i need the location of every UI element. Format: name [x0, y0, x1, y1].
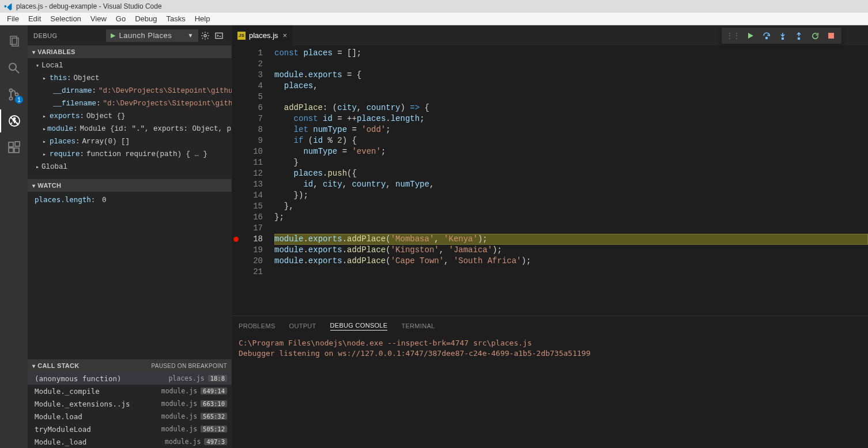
svg-point-8	[14, 118, 16, 120]
step-over-button[interactable]	[758, 28, 775, 44]
callstack-frame[interactable]: (anonymous function)places.js18:8	[28, 372, 232, 385]
watch-label: WATCH	[37, 182, 61, 189]
tab-problems[interactable]: PROBLEMS	[239, 322, 276, 329]
close-icon[interactable]: ×	[283, 31, 288, 40]
callstack-section-header[interactable]: ▾ CALL STACK PAUSED ON BREAKPOINT	[28, 359, 232, 372]
menu-debug[interactable]: Debug	[130, 13, 161, 24]
menu-view[interactable]: View	[86, 13, 111, 24]
chevron-down-icon: ▼	[188, 32, 194, 39]
menu-help[interactable]: Help	[190, 13, 215, 24]
gear-icon[interactable]	[198, 29, 212, 43]
svg-line-3	[16, 70, 19, 73]
launch-config-label: Launch Places	[119, 31, 172, 40]
launch-config-dropdown[interactable]: ▶ Launch Places ▼	[106, 29, 198, 42]
svg-rect-9	[9, 142, 13, 147]
menu-file[interactable]: File	[2, 13, 24, 24]
scope-label: Local	[41, 62, 63, 70]
var-require[interactable]: ▸require: function require(path) { … }	[28, 148, 232, 161]
chevron-down-icon: ▾	[32, 183, 35, 189]
extensions-icon[interactable]	[0, 136, 28, 159]
watch-item[interactable]: places.length: 0	[28, 193, 232, 206]
variables-section: ▾ Local ▸this: Object __dirname: "d:\Dev…	[28, 58, 232, 179]
watch-section-header[interactable]: ▾ WATCH	[28, 179, 232, 192]
step-into-button[interactable]	[775, 28, 791, 44]
var-filename[interactable]: __filename: "d:\DevProjects\Sitepoint\gi…	[28, 97, 232, 110]
tab-terminal[interactable]: TERMINAL	[401, 322, 435, 329]
step-out-button[interactable]	[791, 28, 807, 44]
scope-label: Global	[41, 163, 67, 171]
chevron-down-icon: ▾	[32, 363, 35, 369]
callstack-section: (anonymous function)places.js18:8 Module…	[28, 372, 232, 448]
console-line: Debugger listening on ws://127.0.0.1:474…	[239, 348, 861, 359]
menu-bar: File Edit Selection View Go Debug Tasks …	[0, 13, 868, 25]
breakpoint-gutter[interactable]	[232, 45, 240, 316]
debug-console-output[interactable]: C:\Program Files\nodejs\node.exe --inspe…	[232, 336, 868, 448]
scope-global[interactable]: ▸ Global	[28, 161, 232, 173]
restart-button[interactable]	[807, 28, 823, 44]
menu-go[interactable]: Go	[111, 13, 130, 24]
drag-handle-icon[interactable]: ⋮⋮	[724, 32, 742, 40]
editor-tab-places[interactable]: JS places.js ×	[232, 25, 293, 45]
svg-rect-11	[14, 148, 19, 153]
var-module[interactable]: ▸module: Module {id: ".", exports: Objec…	[28, 123, 232, 135]
chevron-down-icon: ▾	[32, 49, 35, 55]
svg-point-5	[10, 97, 13, 100]
window-title: places.js - debug-example - Visual Studi…	[16, 2, 162, 10]
code-content[interactable]: const places = [];module.exports = { pla…	[269, 45, 868, 316]
svg-rect-14	[216, 33, 222, 38]
debug-icon[interactable]	[0, 109, 28, 132]
callstack-frame[interactable]: Module._compilemodule.js649:14	[28, 385, 232, 397]
title-bar: places.js - debug-example - Visual Studi…	[0, 0, 868, 13]
svg-point-13	[204, 35, 206, 37]
svg-rect-0	[10, 36, 17, 44]
editor-area: JS places.js × ⋮⋮ 1234567891011121314151…	[232, 25, 868, 448]
debug-title: DEBUG	[33, 32, 58, 39]
console-icon[interactable]	[212, 29, 226, 43]
search-icon[interactable]	[0, 56, 28, 79]
callstack-frame[interactable]: Module._extensions..jsmodule.js663:10	[28, 397, 232, 410]
start-debug-icon: ▶	[111, 32, 116, 39]
tab-label: places.js	[249, 31, 278, 40]
js-file-icon: JS	[237, 32, 246, 40]
svg-point-17	[798, 38, 800, 40]
scm-badge: 1	[15, 96, 23, 104]
stop-button[interactable]	[823, 28, 839, 44]
svg-rect-18	[828, 33, 834, 39]
side-bar: DEBUG ▶ Launch Places ▼ ▾ VARIABLES ▾ Lo…	[28, 25, 232, 448]
svg-point-16	[782, 38, 784, 40]
var-exports[interactable]: ▸exports: Object {}	[28, 110, 232, 123]
variables-section-header[interactable]: ▾ VARIABLES	[28, 45, 232, 58]
activity-bar: 1	[0, 25, 28, 448]
var-dirname[interactable]: __dirname: "d:\DevProjects\Sitepoint\git…	[28, 85, 232, 97]
chevron-down-icon: ▾	[36, 62, 41, 69]
callstack-frame[interactable]: Module._loadmodule.js497:3	[28, 435, 232, 448]
panel-tabs: PROBLEMS OUTPUT DEBUG CONSOLE TERMINAL	[232, 316, 868, 336]
console-line: C:\Program Files\nodejs\node.exe --inspe…	[239, 338, 861, 348]
variables-label: VARIABLES	[37, 48, 75, 55]
scope-local[interactable]: ▾ Local	[28, 59, 232, 72]
svg-point-2	[9, 63, 16, 70]
var-this[interactable]: ▸this: Object	[28, 72, 232, 85]
explorer-icon[interactable]	[0, 30, 28, 53]
source-control-icon[interactable]: 1	[0, 83, 28, 106]
watch-section: places.length: 0	[28, 192, 232, 359]
continue-button[interactable]	[742, 28, 758, 44]
callstack-frame[interactable]: tryModuleLoadmodule.js505:12	[28, 423, 232, 435]
bottom-panel: PROBLEMS OUTPUT DEBUG CONSOLE TERMINAL C…	[232, 316, 868, 448]
menu-selection[interactable]: Selection	[46, 13, 85, 24]
line-number-gutter: 123456789101112131415161718192021	[240, 45, 269, 316]
callstack-frame[interactable]: Module.loadmodule.js565:32	[28, 410, 232, 423]
tab-debug-console[interactable]: DEBUG CONSOLE	[330, 322, 388, 331]
vscode-icon	[3, 2, 13, 11]
tab-output[interactable]: OUTPUT	[289, 322, 316, 329]
menu-tasks[interactable]: Tasks	[161, 13, 190, 24]
callstack-status: PAUSED ON BREAKPOINT	[152, 363, 227, 369]
var-places[interactable]: ▸places: Array(0) []	[28, 135, 232, 148]
svg-point-4	[10, 89, 13, 92]
menu-edit[interactable]: Edit	[24, 13, 46, 24]
debug-toolbar[interactable]: ⋮⋮	[722, 28, 841, 44]
side-bar-header: DEBUG ▶ Launch Places ▼	[28, 25, 232, 45]
svg-point-15	[766, 37, 768, 39]
editor-tabs: JS places.js × ⋮⋮	[232, 25, 868, 45]
editor-body[interactable]: 123456789101112131415161718192021 const …	[232, 45, 868, 316]
